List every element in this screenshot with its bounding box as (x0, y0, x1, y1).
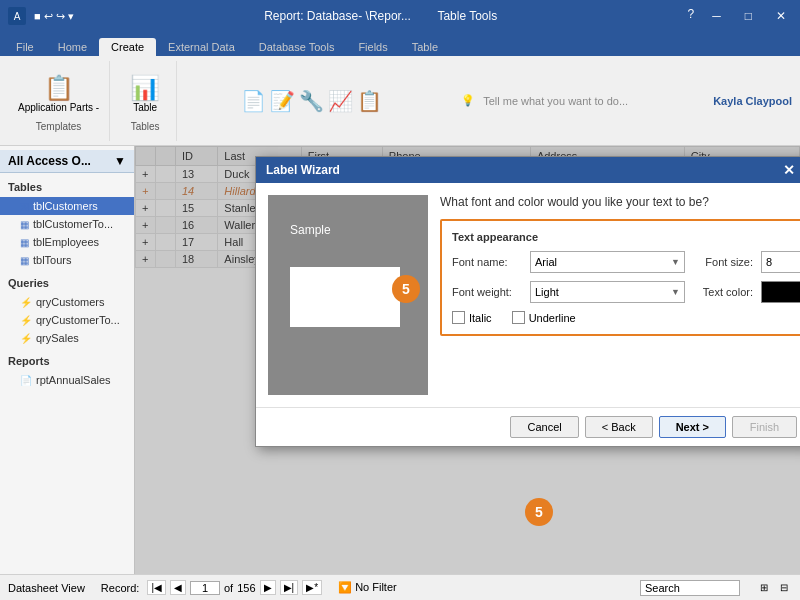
tab-external-data[interactable]: External Data (156, 38, 247, 56)
underline-checkbox[interactable]: Underline (512, 311, 576, 324)
nav-header-title: All Access O... (8, 154, 91, 168)
tables-group-label: Tables (131, 121, 160, 132)
templates-group-label: Templates (36, 121, 82, 132)
font-size-value: 8 (766, 256, 772, 268)
nav-item-label: tblEmployees (33, 236, 99, 248)
main-area: All Access O... ▼ Tables ▦ tblCustomers … (0, 146, 800, 574)
query-icon: ⚡ (20, 333, 32, 344)
current-record-input[interactable] (190, 581, 220, 595)
nav-section-queries: Queries (0, 273, 134, 293)
dialog-preview-panel: 5 Sample (268, 195, 428, 395)
last-record-button[interactable]: ▶| (280, 580, 299, 595)
nav-item-tbltours[interactable]: ▦ tblTours (0, 251, 134, 269)
nav-item-label: tblCustomers (33, 200, 98, 212)
title-bar-controls: ? ─ □ ✕ (688, 7, 792, 25)
underline-label: Underline (529, 312, 576, 324)
step-badge: 5 (392, 275, 420, 303)
new-record-button[interactable]: ▶* (302, 580, 322, 595)
ribbon: 📋 Application Parts - Templates 📊 Table … (0, 56, 800, 146)
checkbox-row: Italic Underline (452, 311, 800, 324)
step-badge-next: 5 (525, 498, 553, 526)
tab-table[interactable]: Table (400, 38, 450, 56)
title-bar-left: A ■ ↩ ↪ ▾ (8, 7, 74, 25)
next-button[interactable]: Next > (659, 416, 726, 438)
tab-fields[interactable]: Fields (346, 38, 399, 56)
nav-item-qrycustomerto[interactable]: ⚡ qryCustomerTo... (0, 311, 134, 329)
help-icon[interactable]: ? (688, 7, 695, 25)
first-record-button[interactable]: |◀ (147, 580, 166, 595)
nav-item-tblemployees[interactable]: ▦ tblEmployees (0, 233, 134, 251)
nav-item-label: qryCustomerTo... (36, 314, 120, 326)
table-icon: ▦ (20, 201, 29, 212)
text-appearance-box: Text appearance Font name: Arial ▼ Font … (440, 219, 800, 336)
app-parts-label: Application Parts - (18, 102, 99, 113)
minimize-button[interactable]: ─ (706, 7, 727, 25)
view-label: Datasheet View (8, 582, 85, 594)
filter-icon: 🔽 (338, 581, 352, 593)
chevron-down-icon: ▼ (671, 287, 680, 297)
nav-item-qrycustomers[interactable]: ⚡ qryCustomers (0, 293, 134, 311)
text-appearance-title: Text appearance (452, 231, 800, 243)
dialog-footer: Cancel < Back Next > Finish (256, 407, 800, 446)
nav-section-tables: Tables (0, 177, 134, 197)
search-box[interactable]: Search (640, 580, 740, 596)
font-weight-value: Light (535, 286, 559, 298)
font-name-row: Font name: Arial ▼ Font size: 8 ▼ (452, 251, 800, 273)
table-icon: ▦ (20, 219, 29, 230)
chevron-down-icon: ▼ (671, 257, 680, 267)
italic-checkbox[interactable]: Italic (452, 311, 492, 324)
font-weight-label: Font weight: (452, 286, 522, 298)
tab-file[interactable]: File (4, 38, 46, 56)
nav-chevron-icon: ▼ (114, 154, 126, 168)
query-icon: ⚡ (20, 297, 32, 308)
search-label: Search (645, 582, 680, 594)
nav-pane-header[interactable]: All Access O... ▼ (0, 150, 134, 173)
nav-section-reports: Reports (0, 351, 134, 371)
dialog-titlebar: Label Wizard ✕ (256, 157, 800, 183)
table-icon: ▦ (20, 237, 29, 248)
nav-item-rptannualsales[interactable]: 📄 rptAnnualSales (0, 371, 134, 389)
dialog-close-button[interactable]: ✕ (779, 162, 799, 178)
title-bar-title: Report: Database- \Repor... Table Tools (74, 9, 688, 23)
dialog-form: What font and color would you like your … (440, 195, 800, 395)
table-button[interactable]: 📊 Table (120, 70, 170, 117)
datasheet-view-button[interactable]: ⊞ (756, 580, 772, 595)
record-nav: |◀ ◀ of 156 ▶ ▶| ▶* (147, 580, 322, 595)
app-parts-button[interactable]: 📋 Application Parts - (14, 70, 103, 117)
finish-button[interactable]: Finish (732, 416, 797, 438)
ribbon-group-rest: 📄 📝 🔧 📈 📋 (181, 61, 441, 141)
tab-create[interactable]: Create (99, 38, 156, 56)
ribbon-tabs: File Home Create External Data Database … (0, 32, 800, 56)
font-weight-select[interactable]: Light ▼ (530, 281, 685, 303)
nav-item-tblcustomers[interactable]: ▦ tblCustomers (0, 197, 134, 215)
font-name-value: Arial (535, 256, 557, 268)
back-button[interactable]: < Back (585, 416, 653, 438)
font-name-select[interactable]: Arial ▼ (530, 251, 685, 273)
record-of-label: of (224, 582, 233, 594)
filter-status: 🔽 No Filter (338, 581, 397, 594)
ribbon-search-area: 💡 Tell me what you want to do... (445, 94, 709, 107)
nav-item-qrysales[interactable]: ⚡ qrySales (0, 329, 134, 347)
font-size-select[interactable]: 8 ▼ (761, 251, 800, 273)
app-parts-icon: 📋 (44, 74, 74, 102)
tab-home[interactable]: Home (46, 38, 99, 56)
dialog-title: Label Wizard (266, 163, 340, 177)
filter-label: No Filter (355, 581, 397, 593)
maximize-button[interactable]: □ (739, 7, 758, 25)
nav-item-tblcustomerto[interactable]: ▦ tblCustomerTo... (0, 215, 134, 233)
status-icons: ⊞ ⊟ (756, 580, 792, 595)
prev-record-button[interactable]: ◀ (170, 580, 186, 595)
content-area: ID Last First Phone Address City + 13 Du… (135, 146, 800, 574)
tell-me-text[interactable]: Tell me what you want to do... (483, 95, 628, 107)
tab-database-tools[interactable]: Database Tools (247, 38, 347, 56)
ribbon-user: Kayla Claypool (713, 95, 792, 107)
italic-label: Italic (469, 312, 492, 324)
dialog-body: 5 Sample What font and color would you l… (256, 183, 800, 407)
cancel-button[interactable]: Cancel (510, 416, 578, 438)
nav-item-label: qrySales (36, 332, 79, 344)
layout-view-button[interactable]: ⊟ (776, 580, 792, 595)
close-button[interactable]: ✕ (770, 7, 792, 25)
search-icon: 💡 (461, 94, 475, 107)
record-label: Record: (101, 582, 140, 594)
next-record-button[interactable]: ▶ (260, 580, 276, 595)
